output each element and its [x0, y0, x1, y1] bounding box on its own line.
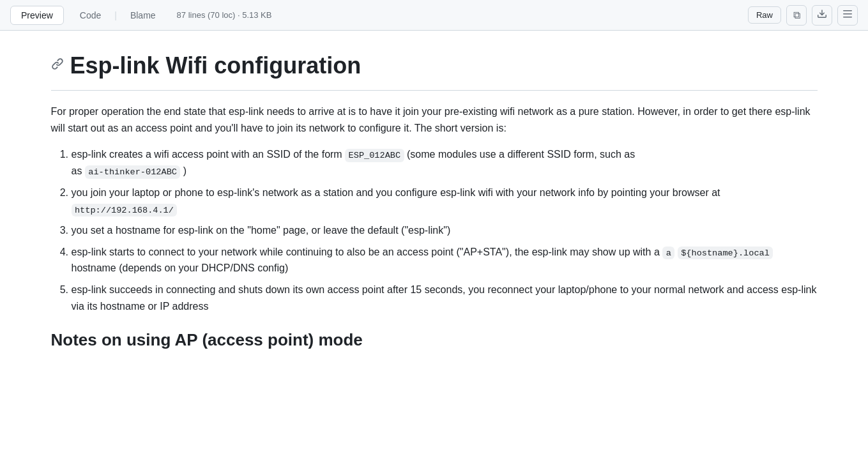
- step3-text: you set a hostname for esp-link on the "…: [72, 225, 451, 236]
- list-item: esp-link creates a wifi access point wit…: [72, 146, 818, 179]
- copy-button[interactable]: ⧉: [786, 5, 807, 26]
- toolbar: Preview Code | Blame 87 lines (70 loc) ·…: [0, 0, 868, 31]
- page-title: Esp-link Wifi configuration: [70, 51, 362, 80]
- step1-code1: ESP_012ABC: [345, 149, 404, 162]
- main-content: Esp-link Wifi configuration For proper o…: [26, 31, 843, 376]
- tab-preview[interactable]: Preview: [10, 6, 64, 25]
- step4-code2: ${hostname}.local: [678, 247, 773, 259]
- list-item: you join your laptop or phone to esp-lin…: [72, 185, 818, 217]
- section2-heading: Notes on using AP (access point) mode: [51, 330, 818, 351]
- raw-button[interactable]: Raw: [748, 6, 781, 24]
- intro-paragraph: For proper operation the end state that …: [51, 103, 818, 136]
- step1-text-before: esp-link creates a wifi access point wit…: [72, 149, 346, 160]
- step1-code2: ai-thinker-012ABC: [85, 165, 181, 178]
- page-heading: Esp-link Wifi configuration: [51, 51, 818, 80]
- tab-code[interactable]: Code: [69, 6, 112, 25]
- anchor-icon[interactable]: [51, 57, 64, 73]
- step1-as-text: as: [72, 165, 85, 176]
- copy-icon: ⧉: [793, 10, 800, 21]
- step4-code1: a: [662, 247, 674, 259]
- download-button[interactable]: [812, 5, 832, 26]
- menu-icon: [842, 9, 853, 22]
- download-icon: [817, 9, 827, 22]
- step5-text: esp-link succeeds in connecting and shut…: [72, 284, 817, 312]
- step4-text-before: esp-link starts to connect to your netwo…: [72, 247, 663, 257]
- toolbar-left: Preview Code | Blame 87 lines (70 loc) ·…: [10, 6, 271, 25]
- step2-text-before: you join your laptop or phone to esp-lin…: [72, 187, 720, 198]
- steps-list: esp-link creates a wifi access point wit…: [72, 146, 818, 314]
- tab-blame[interactable]: Blame: [119, 6, 167, 25]
- tab-divider-2: |: [114, 10, 117, 20]
- file-info: 87 lines (70 loc) · 5.13 KB: [177, 10, 272, 20]
- step1-text-after: ): [180, 165, 187, 176]
- heading-divider: [51, 90, 818, 91]
- list-item: esp-link starts to connect to your netwo…: [72, 244, 818, 277]
- step2-code1: http://192.168.4.1/: [72, 204, 178, 216]
- toolbar-right: Raw ⧉: [748, 5, 858, 26]
- menu-button[interactable]: [837, 5, 858, 26]
- step1-text-middle: (some modules use a different SSID form,…: [404, 149, 636, 160]
- step4-text-after: hostname (depends on your DHCP/DNS confi…: [72, 262, 289, 273]
- list-item: esp-link succeeds in connecting and shut…: [72, 282, 818, 314]
- list-item: you set a hostname for esp-link on the "…: [72, 222, 818, 239]
